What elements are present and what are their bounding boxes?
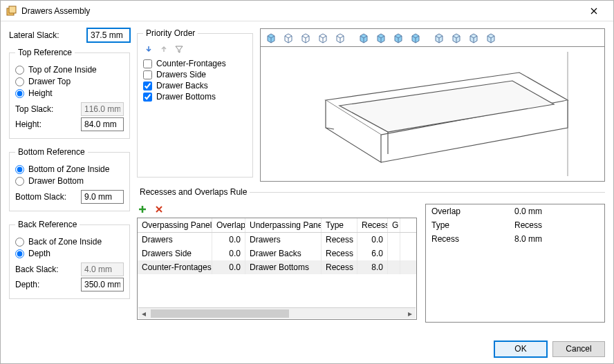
- top-ref-radio-height[interactable]: [15, 89, 24, 98]
- move-up-button[interactable]: [158, 44, 169, 55]
- depth-label: Depth:: [15, 280, 78, 289]
- recesses-group: Recesses and Overlaps Rule Overpassing P…: [137, 187, 605, 326]
- view-cube-icon[interactable]: [373, 30, 389, 46]
- rules-panel: Overpassing Panel Overlap Underpassing P…: [137, 204, 417, 323]
- detail-row: TypeRecess: [426, 218, 604, 232]
- priority-check-0[interactable]: [143, 59, 152, 68]
- top-reference-legend: Top Reference: [15, 48, 75, 57]
- drawer-illustration: [284, 52, 582, 176]
- view-cube-icon[interactable]: [391, 30, 406, 46]
- top-slack-input: [81, 102, 124, 116]
- arrow-down-icon: [145, 45, 153, 53]
- top-reference-group: Top Reference Top of Zone Inside Drawer …: [9, 48, 130, 139]
- view-cube-icon[interactable]: [315, 30, 331, 46]
- back-reference-legend: Back Reference: [15, 220, 80, 229]
- bottom-reference-legend: Bottom Reference: [15, 147, 88, 157]
- bottom-reference-group: Bottom Reference Bottom of Zone Inside D…: [9, 147, 130, 211]
- view-cube-icon[interactable]: [356, 30, 371, 46]
- right-column: Priority Order Counter-Frontages Drawers…: [137, 28, 605, 330]
- bottom-ref-radio-zone[interactable]: [15, 165, 24, 174]
- bottom-slack-input[interactable]: [81, 190, 124, 204]
- priority-check-2[interactable]: [143, 82, 152, 90]
- bottom-ref-label-0: Bottom of Zone Inside: [28, 164, 109, 174]
- left-column: Lateral Slack: Top Reference Top of Zone…: [9, 28, 130, 330]
- view-cube-icon[interactable]: [281, 30, 296, 46]
- col-type[interactable]: Type: [322, 218, 357, 232]
- lateral-slack-input[interactable]: [87, 28, 130, 42]
- back-slack-input: [81, 262, 124, 276]
- col-overlap[interactable]: Overlap: [212, 218, 245, 232]
- bottom-ref-label-1: Drawer Bottom: [28, 176, 84, 186]
- priority-label-1: Drawers Side: [156, 70, 206, 79]
- view-cube-icon[interactable]: [298, 30, 313, 46]
- preview-canvas[interactable]: [261, 47, 604, 181]
- priority-label-0: Counter-Frontages: [156, 59, 226, 68]
- view-cube-icon[interactable]: [466, 30, 481, 46]
- plus-icon: [138, 204, 147, 214]
- view-cube-icon[interactable]: [483, 30, 499, 46]
- top-ref-radio-drawer[interactable]: [15, 77, 24, 86]
- priority-toolbar: [143, 44, 247, 55]
- lateral-slack-label: Lateral Slack:: [9, 30, 84, 40]
- delete-icon: [155, 205, 163, 213]
- scroll-left-icon[interactable]: ◂: [138, 309, 149, 318]
- view-cube-icon[interactable]: [333, 30, 348, 46]
- cancel-button[interactable]: Cancel: [552, 341, 605, 357]
- ok-button[interactable]: OK: [494, 341, 547, 357]
- view-cube-icon[interactable]: [408, 30, 423, 46]
- top-ref-label-0: Top of Zone Inside: [28, 65, 97, 75]
- close-button[interactable]: [580, 1, 608, 21]
- dialog-footer: OK Cancel: [1, 334, 613, 363]
- dialog-body: Lateral Slack: Top Reference Top of Zone…: [1, 21, 613, 334]
- rules-table[interactable]: Overpassing Panel Overlap Underpassing P…: [137, 218, 417, 320]
- view-cube-icon[interactable]: [431, 30, 447, 46]
- scroll-right-icon[interactable]: ▸: [404, 309, 416, 318]
- filter-icon: [175, 45, 183, 53]
- table-row[interactable]: Drawers0.0DrawersRecess0.0: [138, 233, 416, 247]
- col-overpassing[interactable]: Overpassing Panel: [138, 218, 212, 232]
- move-down-button[interactable]: [143, 44, 154, 55]
- top-ref-label-2: Height: [28, 88, 53, 98]
- priority-list: Counter-Frontages Drawers Side Drawer Ba…: [143, 59, 247, 102]
- height-input[interactable]: [81, 117, 124, 131]
- col-underpassing[interactable]: Underpassing Panel: [245, 218, 322, 232]
- back-ref-label-0: Back of Zone Inside: [28, 237, 102, 247]
- priority-label-3: Drawer Bottoms: [156, 92, 216, 102]
- delete-rule-button[interactable]: [154, 204, 165, 215]
- rule-detail-panel: Overlap0.0 mmTypeRecessRecess8.0 mm: [425, 204, 605, 323]
- table-row[interactable]: Counter-Frontages0.0Drawer BottomsRecess…: [138, 260, 416, 274]
- svg-rect-1: [9, 6, 16, 13]
- top-ref-label-1: Drawer Top: [28, 77, 71, 86]
- col-g[interactable]: G: [388, 218, 400, 232]
- priority-check-3[interactable]: [143, 93, 152, 102]
- recesses-legend: Recesses and Overlaps Rule: [137, 187, 250, 197]
- back-ref-radio-depth[interactable]: [15, 249, 24, 258]
- view-cube-icon[interactable]: [449, 30, 464, 46]
- app-icon: [6, 6, 17, 17]
- window-title: Drawers Assembly: [21, 6, 580, 16]
- view-cube-icon[interactable]: [263, 30, 279, 46]
- col-recess[interactable]: Recess: [357, 218, 388, 232]
- filter-button[interactable]: [174, 44, 185, 55]
- depth-input[interactable]: [81, 278, 124, 291]
- preview-toolbar: [261, 29, 604, 47]
- top-slack-label: Top Slack:: [15, 104, 78, 114]
- priority-label-2: Drawer Backs: [156, 81, 208, 90]
- back-ref-radio-zone[interactable]: [15, 238, 24, 247]
- height-label: Height:: [15, 119, 78, 129]
- scroll-thumb[interactable]: [151, 309, 289, 318]
- table-row[interactable]: Drawers Side0.0Drawer BacksRecess6.0: [138, 247, 416, 260]
- top-ref-radio-zone[interactable]: [15, 66, 24, 75]
- add-rule-button[interactable]: [137, 204, 148, 215]
- bottom-ref-radio-drawer[interactable]: [15, 177, 24, 186]
- dialog-window: Drawers Assembly Lateral Slack: Top Refe…: [0, 0, 614, 364]
- priority-check-1[interactable]: [143, 70, 152, 79]
- priority-legend: Priority Order: [143, 28, 198, 38]
- titlebar: Drawers Assembly: [1, 1, 613, 21]
- rules-hscroll[interactable]: ◂ ▸: [138, 307, 416, 318]
- back-slack-label: Back Slack:: [15, 265, 78, 274]
- bottom-slack-label: Bottom Slack:: [15, 192, 78, 202]
- lateral-slack-row: Lateral Slack:: [9, 28, 130, 42]
- top-row: Priority Order Counter-Frontages Drawers…: [137, 28, 605, 182]
- priority-order-group: Priority Order Counter-Frontages Drawers…: [137, 28, 253, 178]
